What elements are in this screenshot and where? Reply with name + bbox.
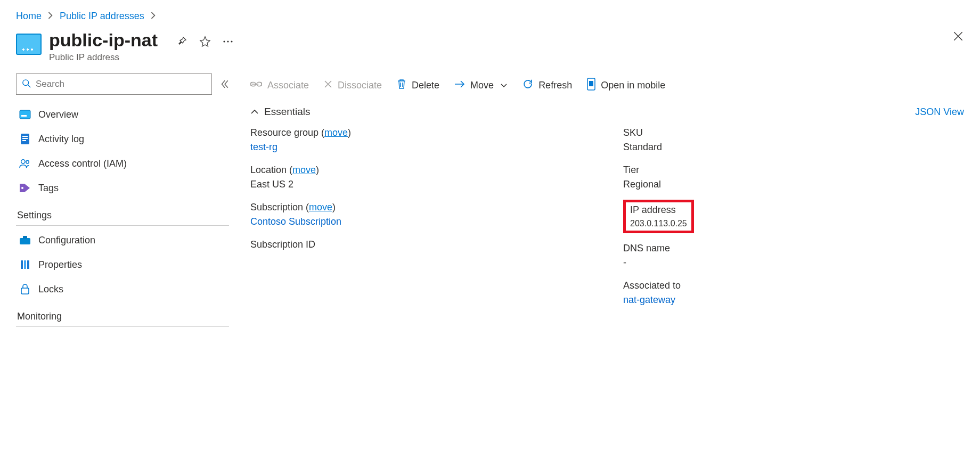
svg-point-12 [21,187,23,189]
overview-icon [19,109,31,120]
sidebar-item-label: Configuration [38,235,95,246]
move-location-link[interactable]: move [292,165,316,175]
field-dns-name: DNS name - [623,243,964,268]
properties-icon [19,259,31,271]
pin-button[interactable] [177,36,187,47]
svg-rect-13 [20,238,30,244]
move-resource-group-link[interactable]: move [324,127,348,138]
svg-rect-15 [21,260,23,269]
arrow-right-icon [454,80,465,91]
dissociate-button: Dissociate [324,80,382,91]
sidebar-item-properties[interactable]: Properties [16,252,229,277]
people-icon [19,158,31,169]
sidebar-item-label: Access control (IAM) [38,158,127,169]
sidebar-item-label: Overview [38,109,78,120]
tag-icon [19,182,31,194]
ip-address-highlight: IP address 203.0.113.0.25 [623,200,694,233]
essentials-grid: Resource group (move) test-rg Location (… [250,127,964,306]
link-icon [250,80,262,91]
field-sku: SKU Standard [623,127,964,153]
main-content: Associate Dissociate Delete Move [250,73,964,329]
x-icon [324,80,332,91]
mobile-icon [587,78,595,93]
svg-point-0 [223,40,225,42]
search-icon [22,79,31,90]
sidebar-item-activity-log[interactable]: Activity log [16,127,229,151]
svg-rect-17 [27,260,29,269]
breadcrumb-public-ip-addresses[interactable]: Public IP addresses [60,11,144,22]
page-title: public-ip-nat [49,30,158,50]
sidebar-item-label: Activity log [38,134,84,145]
sidebar-item-locks[interactable]: Locks [16,277,229,301]
sidebar-item-access-control[interactable]: Access control (IAM) [16,151,229,176]
open-in-mobile-button[interactable]: Open in mobile [587,78,665,93]
page-header: public-ip-nat Public IP address [16,30,964,63]
sidebar: Overview Activity log Access control (IA… [16,73,229,329]
favorite-button[interactable] [199,36,211,47]
resource-group-link[interactable]: test-rg [250,142,277,152]
field-tier: Tier Regional [623,165,964,190]
svg-rect-9 [22,140,26,141]
sidebar-item-label: Tags [38,183,59,194]
sidebar-section-settings: Settings [16,200,229,226]
more-button[interactable] [223,40,233,43]
sidebar-item-tags[interactable]: Tags [16,176,229,200]
chevron-right-icon [151,11,156,22]
search-input[interactable] [36,79,206,89]
sidebar-item-overview[interactable]: Overview [16,102,229,127]
field-associated-to: Associated to nat-gateway [623,280,964,306]
svg-rect-22 [589,81,593,86]
svg-point-11 [26,161,29,164]
svg-point-10 [21,160,25,163]
refresh-button[interactable]: Refresh [522,79,572,92]
field-resource-group: Resource group (move) test-rg [250,127,591,153]
svg-rect-7 [22,136,28,137]
associate-button: Associate [250,80,309,91]
sidebar-section-monitoring: Monitoring [16,301,229,327]
sidebar-item-label: Locks [38,284,63,295]
field-location: Location (move) East US 2 [250,165,591,190]
svg-rect-5 [21,115,27,117]
field-subscription: Subscription (move) Contoso Subscription [250,202,591,227]
svg-rect-4 [20,110,30,119]
toolbar: Associate Dissociate Delete Move [250,73,964,106]
search-box[interactable] [16,73,212,95]
svg-point-3 [23,80,29,86]
essentials-toggle[interactable]: Essentials [250,106,311,118]
collapse-sidebar-button[interactable] [219,79,229,89]
associated-to-link[interactable]: nat-gateway [623,294,675,305]
toolbox-icon [19,234,31,246]
close-button[interactable] [952,30,964,42]
delete-button[interactable]: Delete [397,79,439,92]
move-subscription-link[interactable]: move [309,202,332,212]
sidebar-item-label: Properties [38,259,82,271]
svg-rect-18 [21,288,29,294]
field-subscription-id: Subscription ID [250,239,591,250]
svg-rect-16 [24,260,26,269]
chevron-right-icon [48,11,53,22]
svg-rect-8 [22,138,28,139]
trash-icon [397,79,406,92]
subscription-link[interactable]: Contoso Subscription [250,216,341,227]
public-ip-icon [16,34,42,55]
svg-rect-14 [23,236,27,239]
field-ip-address: IP address 203.0.113.0.25 [630,204,687,228]
activity-log-icon [19,133,31,145]
page-subtitle: Public IP address [49,52,158,63]
sidebar-item-configuration[interactable]: Configuration [16,228,229,252]
breadcrumb: Home Public IP addresses [16,11,964,22]
chevron-down-icon [500,80,508,91]
svg-point-1 [227,40,228,42]
chevron-up-icon [250,106,259,118]
json-view-link[interactable]: JSON View [915,107,964,118]
breadcrumb-home[interactable]: Home [16,11,42,22]
move-button[interactable]: Move [454,80,508,91]
svg-point-2 [231,40,232,42]
refresh-icon [522,79,533,92]
lock-icon [19,283,31,295]
